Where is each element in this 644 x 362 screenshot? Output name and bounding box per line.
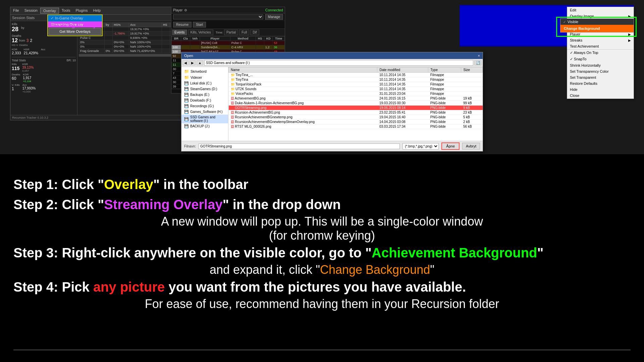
step4-prefix: Step 4: Pick xyxy=(13,280,93,294)
ach-change-bg-item[interactable]: Change Background xyxy=(560,25,634,32)
fd-item-steamgames[interactable]: 💾 SteamGames (D:) xyxy=(181,86,228,92)
total-hsr: 39,13% xyxy=(22,66,34,69)
start-btn[interactable]: Start xyxy=(193,22,206,27)
ctx-test[interactable]: Test Achievement xyxy=(567,43,634,49)
ctx-transparent[interactable]: Set Transparent xyxy=(567,74,634,80)
achievement-submenu: ✓ Visible Change Background xyxy=(560,18,634,33)
table-row[interactable]: 🖼 GOTRStreaming.png 19.06.2015 08:14 PNG… xyxy=(229,106,483,110)
table-row[interactable]: 📁 UT2K Sounds 10.11.2014 14:35 Filmappe xyxy=(229,87,483,92)
ctx-close[interactable]: Close xyxy=(567,93,634,99)
fd-item-dowloads[interactable]: 💾 Dowloads (F:) xyxy=(181,98,228,103)
resume-btn[interactable]: Resume xyxy=(173,22,192,27)
table-row[interactable]: 🖼 Duke-Nukem-1-Rcursion-AchievementBG.pn… xyxy=(229,101,483,106)
step2-sub: A new window will pop up. This will be a… xyxy=(161,215,483,228)
fd-sidebar: 📁 Skrivebord 📁 Videoer 💾 Lokal disk (C:)… xyxy=(181,67,228,141)
menu-plugins[interactable]: Plugins xyxy=(73,8,90,14)
table-row[interactable]: 🖼 AchievementBG.png 24.01.2015 16:15 PNG… xyxy=(229,96,483,101)
sb-tabs: Events Kills, Vehicles Time: Partial Ful… xyxy=(171,29,285,36)
fd-item-games-software[interactable]: 💾 Games_Software (H:) xyxy=(181,109,228,115)
menu-overlay[interactable]: Overlay xyxy=(40,8,59,14)
ctx-snapto[interactable]: ✓ SnapTo xyxy=(567,56,634,62)
ctx-hide[interactable]: Hide xyxy=(567,86,634,93)
ctx-transparency-color[interactable]: Set Transparency Color xyxy=(567,68,634,74)
tab-kills-vehicles[interactable]: Kills, Vehicles xyxy=(188,29,213,35)
manage-btn[interactable]: Manage xyxy=(265,14,283,20)
table-row[interactable]: 📁 TorqueVoicePack 10.11.2014 14:35 Filma… xyxy=(229,82,483,87)
transparency-label: Set Transparency Color xyxy=(570,69,609,73)
fd-close-btn[interactable]: × xyxy=(478,54,480,58)
menu-file[interactable]: File xyxy=(10,8,22,14)
step1-prefix: Step 1: Click " xyxy=(13,177,104,192)
fd-item-backup[interactable]: 💾 BACKUP (J:) xyxy=(181,123,228,129)
fd-cancel-btn[interactable]: Avbryt xyxy=(462,143,480,149)
change-bg-label: Change Background xyxy=(564,26,600,31)
table-row[interactable]: 📁 TinyTina_... 10.11.2014 14:35 Filmappe xyxy=(229,73,483,77)
total-kills: 115 xyxy=(12,66,19,71)
kdr-value: 2,333 xyxy=(12,51,21,55)
menu-help[interactable]: Help xyxy=(91,8,104,14)
tab-full[interactable]: Full xyxy=(239,29,249,35)
table-row: 100 Sunderer[Mi...C-4 ARX 1,236 xyxy=(172,45,285,50)
menu-item-getmore[interactable]: Get More Overlays xyxy=(49,28,101,35)
table-row[interactable]: 📁 VoicePacks 31.01.2015 23:04 Filmappe xyxy=(229,92,483,96)
step-2-line: Step 2: Click "Streaming Overlay" in the… xyxy=(13,194,631,215)
ctx-always-on-top[interactable]: ✓ Always On Top xyxy=(567,49,634,56)
th-hs: HS% xyxy=(113,23,129,27)
ctx-restore[interactable]: Restore Defaults xyxy=(567,80,634,86)
fd-refresh-btn[interactable]: 🔄 xyxy=(474,60,482,65)
step4-sub-line: For ease of use, recommend having them i… xyxy=(13,297,631,311)
menu-session[interactable]: Session xyxy=(22,8,40,14)
fd-item-recordings[interactable]: 💾 Recordings (G:) xyxy=(181,103,228,109)
tab-dif[interactable]: Dif xyxy=(250,29,259,35)
ctx-streaks[interactable]: Streaks ▶ xyxy=(567,37,634,43)
sb-player-label: Player xyxy=(173,8,182,12)
table-row[interactable]: 🖼 RcursionAchievementBGnewtempStreamOver… xyxy=(229,120,483,124)
table-row[interactable]: 🖼 RTST MLG_000026.png 03.03.2015 17:34 P… xyxy=(229,124,483,129)
shrink-label: Shrink Horizontally xyxy=(570,63,601,67)
step3-suffix: " xyxy=(537,245,544,260)
fd-main: 📁 Skrivebord 📁 Videoer 💾 Lokal disk (C:)… xyxy=(181,67,483,141)
fd-back-btn[interactable]: ◀ xyxy=(182,60,189,65)
fd-item-lokal-disk[interactable]: 💾 Lokal disk (C:) xyxy=(181,80,228,86)
th-by: by xyxy=(105,23,113,27)
table-row[interactable]: 🖼 RcursionAchievementBGnewtemp.png 19.04… xyxy=(229,115,483,120)
fd-filename-input[interactable] xyxy=(199,143,400,149)
file-dialog: Open × ◀ ▶ ▲ SSD Games and software (I:)… xyxy=(181,52,483,152)
table-row[interactable]: 📁 TinyTina 10.11.2014 14:35 Filmappe xyxy=(229,77,483,82)
fd-forward-btn[interactable]: ▶ xyxy=(190,60,196,65)
session-stats-title: Session Stats xyxy=(12,16,35,20)
menu-item-ingame[interactable]: ✓In-Game Overlay xyxy=(48,15,102,21)
fd-item-skrivebord[interactable]: 📁 Skrivebord xyxy=(181,68,228,74)
player-dropdown[interactable] xyxy=(173,14,263,19)
menu-tools[interactable]: Tools xyxy=(59,8,73,14)
fd-footer: Filnavn: (*.bmp,*.jpg,*.png) Åpne Avbryt xyxy=(181,141,483,151)
total-acc: 17,993% xyxy=(22,86,36,90)
ach-visible-item[interactable]: ✓ Visible xyxy=(560,19,634,25)
fd-filter-select[interactable]: (*.bmp,*.jpg,*.png) xyxy=(402,143,439,149)
step3-prefix: Step 3: Right-click anywhere on the visi… xyxy=(13,245,372,260)
fd-item-ssd[interactable]: 💾 SSD Games and software (I:) xyxy=(181,115,228,123)
fd-item-videoer[interactable]: 📁 Videoer xyxy=(181,74,228,80)
fd-up-btn[interactable]: ▲ xyxy=(197,60,203,65)
th-hs2: HS xyxy=(162,23,170,27)
tab-partial[interactable]: Partial xyxy=(224,29,238,35)
step3-sub-line: and expand it, click "Change Background" xyxy=(13,263,631,277)
kills-value: 28 xyxy=(12,26,18,33)
fd-item-backups[interactable]: 💾 Backups (E:) xyxy=(181,92,228,98)
hsr-value: 21,429% xyxy=(24,51,38,55)
th-acc: Acc xyxy=(129,23,162,27)
step1-suffix: " in the toolbar xyxy=(153,177,248,192)
total-kdr: 1,917 xyxy=(23,76,31,80)
fd-open-btn[interactable]: Åpne xyxy=(441,142,460,150)
table-row[interactable]: 🖼 Rcursion-AchievementBG.png 23.02.2015 … xyxy=(229,110,483,115)
bottom-divider xyxy=(13,350,631,350)
step2-sub2: (for chromw keying) xyxy=(269,229,375,242)
sb-player-select: Manage xyxy=(171,13,285,21)
screenshots-area: File Session Overlay Tools Plugins Help … xyxy=(0,0,644,154)
table-row: Frag Grenade 0% 0%+0% NaN 71,429%+0% xyxy=(79,49,179,53)
ctx-shrink[interactable]: Shrink Horizontally xyxy=(567,62,634,68)
ctx-edit[interactable]: Edit xyxy=(567,7,634,13)
step-3-line: Step 3: Right-click anywhere on the visi… xyxy=(13,243,631,263)
tab-events[interactable]: Events xyxy=(172,29,187,35)
br-value: BR: 10 xyxy=(66,59,76,62)
